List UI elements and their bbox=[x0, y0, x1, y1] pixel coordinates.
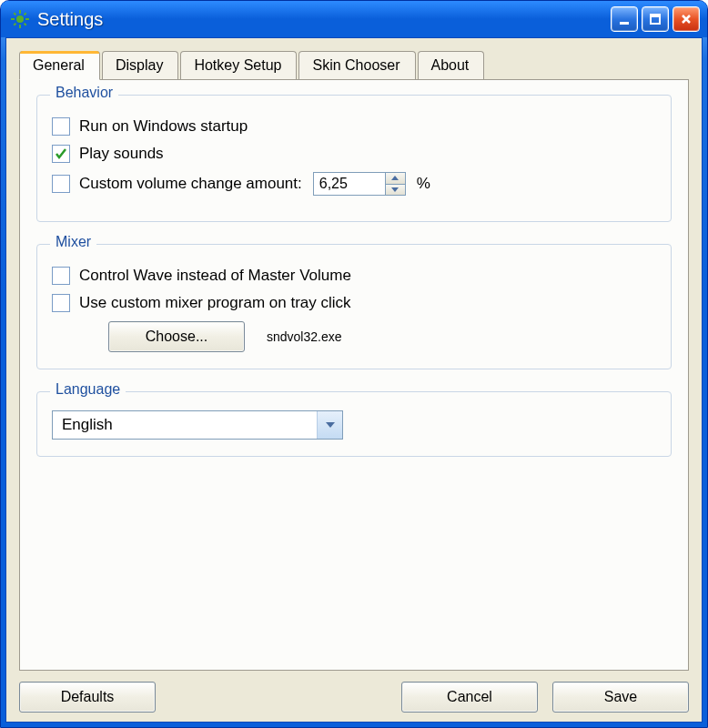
settings-window: Settings General Display Hotkey Setup Sk… bbox=[0, 0, 708, 728]
spinner-up[interactable] bbox=[386, 173, 405, 185]
group-behavior-title: Behavior bbox=[50, 85, 118, 101]
percent-label: % bbox=[417, 175, 430, 193]
tab-display[interactable]: Display bbox=[102, 51, 178, 79]
svg-rect-9 bbox=[620, 22, 629, 25]
svg-rect-5 bbox=[14, 13, 17, 16]
input-custom-volume-amount[interactable] bbox=[313, 172, 386, 196]
svg-point-0 bbox=[16, 15, 24, 23]
choose-button[interactable]: Choose... bbox=[108, 321, 245, 352]
tab-bar: General Display Hotkey Setup Skin Choose… bbox=[19, 51, 689, 79]
language-dropdown[interactable]: English bbox=[52, 410, 343, 440]
label-custom-volume: Custom volume change amount: bbox=[79, 175, 302, 193]
group-mixer: Mixer Control Wave instead of Master Vol… bbox=[36, 244, 672, 369]
svg-rect-4 bbox=[25, 18, 29, 20]
row-choose-mixer: Choose... sndvol32.exe bbox=[52, 321, 656, 352]
svg-rect-8 bbox=[24, 23, 27, 26]
group-language: Language English bbox=[36, 391, 672, 457]
svg-rect-1 bbox=[19, 10, 21, 14]
titlebar-buttons bbox=[611, 6, 700, 32]
svg-rect-6 bbox=[24, 13, 27, 16]
group-language-title: Language bbox=[50, 381, 126, 398]
client-area: General Display Hotkey Setup Skin Choose… bbox=[5, 37, 703, 723]
svg-rect-3 bbox=[11, 18, 15, 20]
spinner-buttons bbox=[386, 172, 406, 196]
row-custom-volume: Custom volume change amount: % bbox=[52, 172, 656, 196]
svg-rect-2 bbox=[19, 25, 21, 28]
mixer-program-label: sndvol32.exe bbox=[267, 329, 342, 344]
label-control-wave: Control Wave instead of Master Volume bbox=[79, 267, 351, 285]
svg-rect-11 bbox=[651, 15, 660, 17]
save-button[interactable]: Save bbox=[552, 682, 689, 713]
label-use-custom-mixer: Use custom mixer program on tray click bbox=[79, 294, 351, 312]
tab-general[interactable]: General bbox=[19, 51, 100, 80]
titlebar[interactable]: Settings bbox=[1, 1, 707, 37]
checkbox-use-custom-mixer[interactable] bbox=[52, 294, 70, 312]
minimize-button[interactable] bbox=[611, 6, 638, 32]
tab-skin-chooser[interactable]: Skin Chooser bbox=[298, 51, 415, 79]
label-play-sounds: Play sounds bbox=[79, 145, 164, 163]
row-use-custom-mixer: Use custom mixer program on tray click bbox=[52, 294, 656, 312]
defaults-button[interactable]: Defaults bbox=[19, 682, 156, 713]
language-selected: English bbox=[53, 416, 317, 434]
checkbox-run-on-startup[interactable] bbox=[52, 117, 70, 136]
spinner-down[interactable] bbox=[386, 185, 405, 196]
bottom-button-bar: Defaults Cancel Save bbox=[19, 671, 689, 713]
window-title: Settings bbox=[37, 9, 611, 30]
maximize-button[interactable] bbox=[642, 6, 669, 32]
row-run-on-startup: Run on Windows startup bbox=[52, 117, 656, 136]
svg-rect-7 bbox=[14, 23, 17, 26]
checkbox-play-sounds[interactable] bbox=[52, 145, 70, 163]
row-play-sounds: Play sounds bbox=[52, 145, 656, 163]
app-icon bbox=[10, 9, 30, 29]
row-control-wave: Control Wave instead of Master Volume bbox=[52, 267, 656, 285]
close-button[interactable] bbox=[673, 6, 700, 32]
group-behavior: Behavior Run on Windows startup Play sou… bbox=[36, 95, 672, 222]
checkbox-control-wave[interactable] bbox=[52, 267, 70, 285]
tab-about[interactable]: About bbox=[418, 51, 485, 79]
label-run-on-startup: Run on Windows startup bbox=[79, 117, 248, 136]
chevron-down-icon[interactable] bbox=[317, 411, 342, 439]
cancel-button[interactable]: Cancel bbox=[401, 682, 538, 713]
tab-hotkey-setup[interactable]: Hotkey Setup bbox=[180, 51, 297, 79]
tab-panel-general: Behavior Run on Windows startup Play sou… bbox=[19, 79, 689, 671]
checkbox-custom-volume[interactable] bbox=[52, 175, 70, 193]
group-mixer-title: Mixer bbox=[50, 234, 96, 250]
